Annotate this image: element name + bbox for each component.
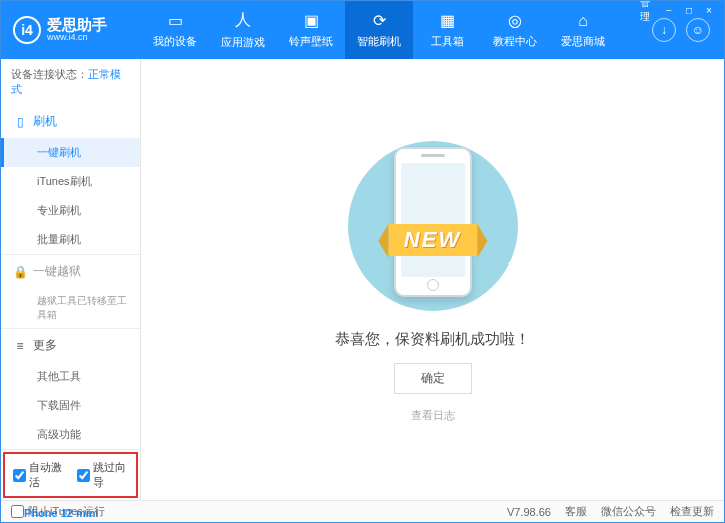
sidebar-item-itunes[interactable]: iTunes刷机 (1, 167, 140, 196)
block-itunes-checkbox[interactable]: 阻止iTunes运行 (11, 504, 105, 519)
menu-icon: ≡ (13, 339, 27, 353)
sidebar-item-batch[interactable]: 批量刷机 (1, 225, 140, 254)
tutorial-icon: ◎ (508, 11, 522, 30)
footer-support[interactable]: 客服 (565, 504, 587, 519)
nav-apps-games[interactable]: 人应用游戏 (209, 1, 277, 59)
success-text: 恭喜您，保资料刷机成功啦！ (335, 330, 530, 349)
lock-icon: 🔒 (13, 265, 27, 279)
header: 管理 − □ × i4 爱思助手 www.i4.cn ▭我的设备 人应用游戏 ▣… (1, 1, 724, 59)
close-button[interactable]: × (700, 3, 718, 17)
sidebar-item-other-tools[interactable]: 其他工具 (1, 362, 140, 391)
sidebar-flash-head[interactable]: ▯ 刷机 (1, 105, 140, 138)
success-illustration: ✦✦✦✦ NEW (333, 136, 533, 316)
view-log-link[interactable]: 查看日志 (411, 408, 455, 423)
phone-icon: ▭ (168, 11, 183, 30)
jailbreak-note: 越狱工具已转移至工具箱 (1, 288, 140, 328)
nav-toolbox[interactable]: ▦工具箱 (413, 1, 481, 59)
nav-my-device[interactable]: ▭我的设备 (141, 1, 209, 59)
nav-tutorials[interactable]: ◎教程中心 (481, 1, 549, 59)
nav-store[interactable]: ⌂爱思商城 (549, 1, 617, 59)
main-content: ✦✦✦✦ NEW 恭喜您，保资料刷机成功啦！ 确定 查看日志 (141, 59, 724, 500)
apps-icon: 人 (235, 10, 251, 31)
sidebar-more-head[interactable]: ≡ 更多 (1, 329, 140, 362)
maximize-button[interactable]: □ (680, 3, 698, 17)
sidebar-jailbreak-head[interactable]: 🔒 一键越狱 (1, 255, 140, 288)
ok-button[interactable]: 确定 (394, 363, 472, 394)
nav-ringtones[interactable]: ▣铃声壁纸 (277, 1, 345, 59)
body: 设备连接状态：正常模式 ▯ 刷机 一键刷机 iTunes刷机 专业刷机 批量刷机… (1, 59, 724, 500)
toolbox-icon: ▦ (440, 11, 455, 30)
sidebar-item-oneclick[interactable]: 一键刷机 (1, 138, 140, 167)
footer-update[interactable]: 检查更新 (670, 504, 714, 519)
connection-status: 设备连接状态：正常模式 (1, 59, 140, 105)
logo: i4 爱思助手 www.i4.cn (1, 16, 141, 44)
logo-icon: i4 (13, 16, 41, 44)
manage-button[interactable]: 管理 (640, 3, 658, 17)
app-name: 爱思助手 (47, 17, 107, 32)
window-controls: 管理 − □ × (640, 3, 718, 17)
nav-smart-flash[interactable]: ⟳智能刷机 (345, 1, 413, 59)
sidebar-item-advanced[interactable]: 高级功能 (1, 420, 140, 449)
footer-wechat[interactable]: 微信公众号 (601, 504, 656, 519)
header-actions: ↓ ☺ (652, 18, 724, 42)
skip-guide-checkbox[interactable]: 跳过向导 (77, 460, 129, 490)
main-nav: ▭我的设备 人应用游戏 ▣铃声壁纸 ⟳智能刷机 ▦工具箱 ◎教程中心 ⌂爱思商城 (141, 1, 652, 59)
store-icon: ⌂ (578, 12, 588, 30)
checkbox-row: 自动激活 跳过向导 (3, 452, 138, 498)
user-button[interactable]: ☺ (686, 18, 710, 42)
sidebar-item-download-fw[interactable]: 下载固件 (1, 391, 140, 420)
app-url: www.i4.cn (47, 32, 107, 43)
minimize-button[interactable]: − (660, 3, 678, 17)
new-banner: NEW (388, 224, 477, 256)
version-text: V7.98.66 (507, 506, 551, 518)
auto-activate-checkbox[interactable]: 自动激活 (13, 460, 65, 490)
sidebar-item-pro[interactable]: 专业刷机 (1, 196, 140, 225)
flash-icon: ⟳ (373, 11, 386, 30)
phone-icon: ▯ (13, 115, 27, 129)
sidebar: 设备连接状态：正常模式 ▯ 刷机 一键刷机 iTunes刷机 专业刷机 批量刷机… (1, 59, 141, 500)
wallpaper-icon: ▣ (304, 11, 319, 30)
